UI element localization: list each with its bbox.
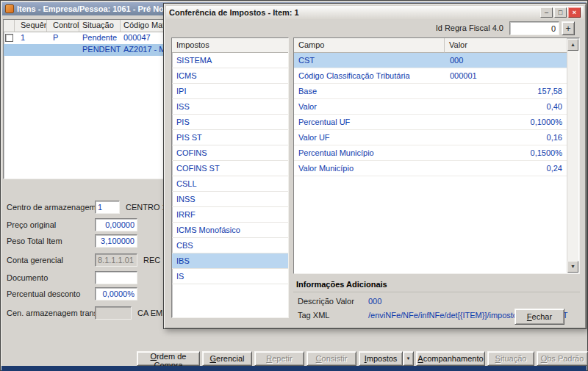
imposto-item-csll[interactable]: CSLL [172, 176, 288, 192]
id-regra-fiscal-label: Id Regra Fiscal 4.0 [406, 24, 503, 32]
campo-cell: Valor [294, 99, 445, 114]
minimize-icon: – [545, 9, 548, 16]
tag-xml-label: Tag XML [298, 311, 368, 323]
grid-scrollbar[interactable]: ▲ ▼ [567, 39, 578, 273]
imposto-item-cbs[interactable]: CBS [172, 238, 288, 253]
valor-cell: 0,24 [445, 161, 567, 176]
action-button-row: Ordem de Compra Gerencial Repetir Consis… [137, 351, 588, 366]
acompanhamento-button[interactable]: Acompanhamento [416, 351, 485, 366]
impostos-dropdown-button[interactable]: ▼ [403, 351, 414, 366]
valor-cell: 0,1000% [445, 115, 567, 129]
column-header-situacao[interactable]: Situação [79, 20, 121, 32]
valor-cell: 0,40 [445, 99, 567, 114]
impostos-button[interactable]: Impostos [359, 351, 403, 366]
sequencia-cell: 1 [15, 32, 47, 44]
scroll-down-button[interactable]: ▼ [567, 261, 578, 273]
obs-padrao-button: Obs Padrão [537, 351, 588, 366]
imposto-item-is[interactable]: IS [172, 269, 288, 284]
add-regra-button[interactable]: + [562, 21, 575, 35]
descricao-valor-label: Descrição Valor [298, 297, 368, 309]
selector-column-header [4, 20, 15, 32]
imposto-item-icms[interactable]: ICMS [172, 68, 288, 84]
campo-cell: Valor Município [294, 161, 445, 176]
descricao-valor-row: Descrição Valor 000 [293, 295, 580, 309]
grid-row[interactable]: Valor 0,40 [294, 99, 567, 115]
grid-row[interactable]: Base 157,58 [294, 84, 567, 99]
campo-cell: Base [294, 84, 445, 98]
dialog-titlebar[interactable]: Conferência de Impostos - Item: 1 – □ × [166, 6, 584, 19]
imposto-item-icms-monofasico[interactable]: ICMS Monofásico [172, 223, 288, 238]
informacoes-adicionais-header: Informações Adicionais [293, 278, 580, 292]
gerencial-button[interactable]: Gerencial [202, 351, 252, 366]
impostos-list: Impostos SISTEMA ICMS IPI ISS PIS PIS ST… [171, 37, 289, 318]
bottom-strip [1, 366, 587, 371]
close-icon: × [573, 9, 576, 16]
maximize-icon: □ [559, 9, 562, 16]
imposto-item-iss[interactable]: ISS [172, 99, 288, 115]
scroll-down-icon: ▼ [570, 264, 576, 269]
id-regra-fiscal-input[interactable] [509, 21, 559, 35]
conta-gerencial-input [95, 253, 137, 267]
valor-cell: 000 [445, 53, 567, 68]
imposto-item-cofins-st[interactable]: COFINS ST [172, 161, 288, 176]
centro-armazenagem-label: Centro de armazenagem [7, 203, 95, 212]
scroll-up-button[interactable]: ▲ [567, 39, 578, 51]
imposto-item-ipi[interactable]: IPI [172, 84, 288, 99]
grid-row[interactable]: Valor UF 0,16 [294, 130, 567, 145]
fechar-button[interactable]: Fechar [514, 309, 564, 325]
grid-row[interactable]: Código Classificação Tributária 000001 [294, 68, 567, 84]
imposto-item-pis-st[interactable]: PIS ST [172, 130, 288, 145]
percentual-desconto-label: Percentual desconto [7, 289, 95, 298]
row-selector-cell [4, 44, 15, 56]
column-header-valor[interactable]: Valor [445, 38, 567, 53]
column-header-campo[interactable]: Campo [294, 38, 445, 53]
close-window-button[interactable]: × [568, 7, 581, 18]
peso-total-item-label: Peso Total Item [7, 237, 95, 245]
column-header-controle[interactable]: Controle [47, 20, 79, 32]
app-icon [5, 4, 14, 13]
imposto-item-sistema[interactable]: SISTEMA [172, 53, 288, 68]
tax-grid-header: Campo Valor [294, 38, 567, 53]
percentual-desconto-input[interactable] [95, 287, 137, 300]
imposto-item-pis[interactable]: PIS [172, 115, 288, 130]
maximize-button[interactable]: □ [554, 7, 567, 18]
conferencia-impostos-dialog: Conferência de Impostos - Item: 1 – □ × … [163, 3, 587, 329]
preco-original-input[interactable] [95, 218, 137, 231]
repetir-button: Repetir [254, 351, 304, 366]
valor-cell: 0,16 [445, 130, 567, 145]
descricao-valor-value: 000 [368, 297, 381, 309]
tax-grid: Campo Valor CST 000 Código Classificação… [293, 37, 580, 274]
dialog-title: Conferência de Impostos - Item: 1 [169, 8, 299, 17]
cen-armazenagem-transf-input [95, 306, 132, 320]
imposto-item-irrf[interactable]: IRRF [172, 207, 288, 223]
minimize-button[interactable]: – [540, 7, 553, 18]
impostos-split-button: Impostos ▼ [359, 351, 414, 366]
centro-armazenagem-input[interactable] [95, 201, 120, 214]
plus-icon: + [565, 24, 570, 34]
grid-row[interactable]: CST 000 [294, 53, 567, 68]
grid-row[interactable]: Percentual Município 0,1500% [294, 145, 567, 161]
scroll-up-icon: ▲ [570, 42, 576, 47]
grid-row[interactable]: Percentual UF 0,1000% [294, 115, 567, 130]
campo-cell: CST [294, 53, 445, 68]
grid-row[interactable]: Valor Município 0,24 [294, 161, 567, 176]
valor-cell: 0,1500% [445, 145, 567, 160]
column-header-sequencia[interactable]: Sequência [15, 20, 47, 32]
imposto-item-cofins[interactable]: COFINS [172, 145, 288, 161]
peso-total-item-input[interactable] [95, 234, 137, 248]
screen: Itens - Empresa/Pessoa: 1061 - Pré Nota:… [0, 0, 588, 371]
item-form: Centro de armazenagem CENTRO 1 Preço ori… [1, 198, 177, 341]
sequencia-cell [15, 44, 47, 56]
row-checkbox[interactable] [5, 34, 13, 42]
imposto-item-inss[interactable]: INSS [172, 192, 288, 207]
imposto-item-ibs[interactable]: IBS [172, 253, 288, 269]
ordem-de-compra-button[interactable]: Ordem de Compra [137, 351, 200, 366]
conta-gerencial-desc: REC [143, 256, 160, 264]
conta-gerencial-label: Conta gerencial [7, 256, 95, 264]
situacao-cell: Pendente [79, 32, 121, 44]
documento-input[interactable] [95, 271, 137, 284]
cen-armazenagem-transf-label: Cen. armazenagem transf [7, 309, 95, 317]
controle-cell: P [47, 32, 79, 44]
dropdown-icon: ▼ [406, 356, 411, 361]
campo-cell: Valor UF [294, 130, 445, 145]
